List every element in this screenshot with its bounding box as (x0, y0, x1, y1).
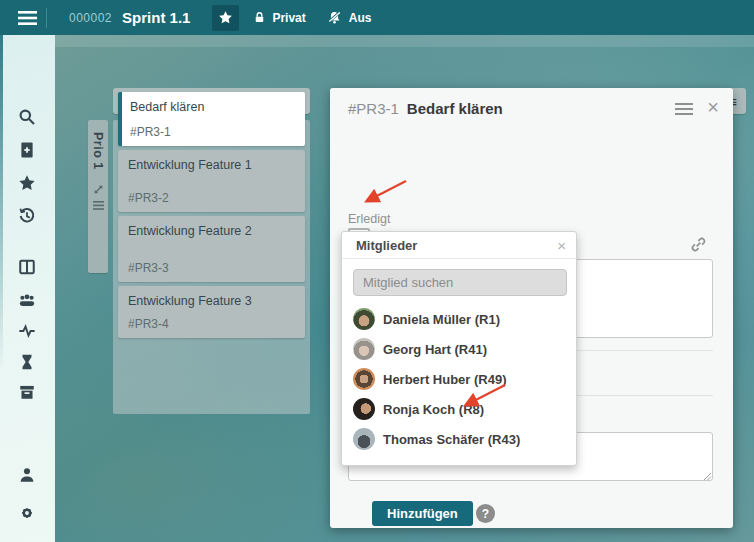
card-entwicklung-feature-3[interactable]: Entwicklung Feature 3 #PR3-4 (118, 286, 305, 338)
member-search-input[interactable] (353, 269, 567, 296)
card-detail-title: Bedarf klären (407, 100, 675, 117)
card-title: Entwicklung Feature 3 (128, 294, 297, 308)
swimlane-menu-icon[interactable] (93, 201, 104, 210)
member-name: Thomas Schäfer (R43) (383, 432, 520, 447)
history-icon[interactable] (18, 207, 38, 227)
card-link-icon[interactable] (690, 236, 707, 253)
member-row-herbert[interactable]: Herbert Huber (R49) (353, 364, 567, 394)
star-icon[interactable] (18, 174, 38, 194)
left-sidebar (0, 35, 55, 542)
member-row-daniela[interactable]: Daniela Müller (R1) (353, 304, 567, 334)
card-menu-icon[interactable] (675, 100, 693, 118)
swimlane-label: Prio 1 (91, 132, 105, 170)
hamburger-icon (18, 11, 37, 25)
member-row-thomas[interactable]: Thomas Schäfer (R43) (353, 424, 567, 454)
notifications-toggle[interactable]: Aus (326, 10, 372, 25)
archive-icon[interactable] (18, 383, 38, 403)
card-id: #PR3-1 (130, 125, 297, 139)
avatar (353, 398, 375, 420)
card-title: Bedarf klären (130, 100, 297, 114)
member-list: Daniela Müller (R1) Georg Hart (R41) Her… (353, 304, 567, 454)
user-icon[interactable] (18, 466, 38, 486)
card-entwicklung-feature-1[interactable]: Entwicklung Feature 1 #PR3-2 (118, 150, 305, 212)
member-name: Herbert Huber (R49) (383, 372, 507, 387)
favorite-star-button[interactable] (212, 5, 239, 31)
header-divider (46, 8, 47, 28)
search-icon[interactable] (18, 108, 38, 128)
popup-title: Mitglieder (356, 238, 557, 253)
member-name: Ronja Koch (R8) (383, 402, 484, 417)
notifications-label: Aus (349, 11, 372, 25)
board-title: Sprint 1.1 (122, 9, 190, 26)
card-bedarf-klaeren[interactable]: Bedarf klären #PR3-1 (118, 92, 305, 146)
privacy-toggle[interactable]: Privat (253, 10, 305, 25)
help-icon[interactable]: ? (476, 504, 495, 523)
app-window: 000002 Sprint 1.1 Privat Aus (0, 0, 754, 542)
board-number: 000002 (69, 11, 112, 25)
member-name: Daniela Müller (R1) (383, 312, 500, 327)
top-bar: 000002 Sprint 1.1 Privat Aus (0, 0, 754, 35)
activity-icon[interactable] (18, 322, 38, 342)
hamburger-menu-button[interactable] (8, 0, 46, 35)
card-title: Entwicklung Feature 1 (128, 158, 297, 172)
close-icon[interactable]: × (707, 100, 719, 114)
done-label: Erledigt (348, 212, 390, 226)
avatar (353, 308, 375, 330)
lock-icon (253, 10, 266, 25)
avatar (353, 338, 375, 360)
settings-icon[interactable] (18, 504, 38, 524)
privacy-label: Privat (272, 11, 305, 25)
hourglass-icon[interactable] (18, 353, 38, 373)
members-icon[interactable] (18, 291, 38, 311)
card-entwicklung-feature-2[interactable]: Entwicklung Feature 2 #PR3-3 (118, 216, 305, 282)
card-detail-id: #PR3-1 (348, 100, 399, 117)
add-comment-button[interactable]: Hinzufügen (372, 501, 473, 526)
board-icon[interactable] (18, 258, 38, 278)
bell-slash-icon (326, 10, 343, 25)
add-document-icon[interactable] (18, 141, 38, 161)
card-title: Entwicklung Feature 2 (128, 224, 297, 238)
member-row-ronja[interactable]: Ronja Koch (R8) (353, 394, 567, 424)
card-id: #PR3-3 (128, 261, 297, 275)
card-id: #PR3-2 (128, 191, 297, 205)
member-row-georg[interactable]: Georg Hart (R41) (353, 334, 567, 364)
card-id: #PR3-4 (128, 317, 297, 331)
avatar (353, 428, 375, 450)
swimlane-resize-icon[interactable] (93, 184, 104, 195)
swimlane-prio1: Prio 1 (88, 120, 108, 273)
members-popup: Mitglieder × Daniela Müller (R1) Georg H… (341, 231, 577, 466)
star-icon (218, 10, 233, 25)
member-name: Georg Hart (R41) (383, 342, 487, 357)
close-icon[interactable]: × (557, 238, 566, 253)
avatar (353, 368, 375, 390)
